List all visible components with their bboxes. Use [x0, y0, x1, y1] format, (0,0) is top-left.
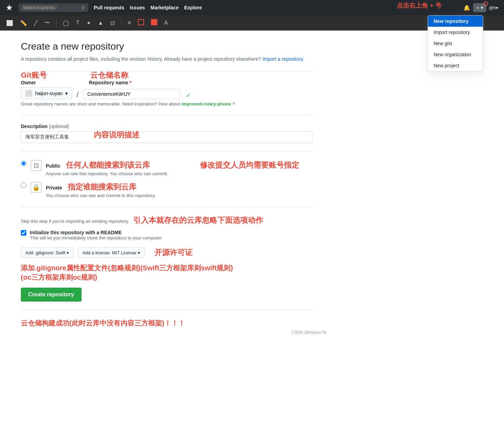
- public-radio[interactable]: [21, 161, 26, 166]
- owner-label: Owner: [21, 80, 76, 85]
- annotation-private: 指定谁能搜索到云库: [68, 183, 136, 191]
- public-desc: Anyone can see this repository. You choo…: [46, 171, 168, 176]
- skip-text: Skip this step if you're importing an ex…: [21, 215, 312, 226]
- user-menu[interactable]: @h▾: [489, 5, 498, 10]
- border-color-icon: [138, 19, 144, 25]
- dropdowns-row: Add .gitignore: Swift ▾ Add a license: M…: [21, 247, 312, 258]
- public-label-row: Public 任何人都能搜索到该云库: [46, 160, 168, 170]
- license-label: Add a license: MIT License ▾: [82, 250, 140, 255]
- init-checkbox[interactable]: [21, 230, 26, 236]
- import-link[interactable]: Import a repository.: [262, 56, 304, 62]
- divider-4: [21, 206, 312, 207]
- nav-link-marketplace[interactable]: Marketplace: [151, 5, 179, 10]
- description-label: Description (optional): [21, 124, 312, 129]
- public-info: Public 任何人都能搜索到该云库 Anyone can see this r…: [46, 160, 168, 176]
- annotation-license: 开源许可证: [154, 247, 193, 258]
- github-logo[interactable]: ★: [6, 3, 13, 12]
- fill-color-icon: [151, 19, 157, 25]
- annotation-import: 引入本就存在的云库忽略下面选项动作: [133, 216, 263, 225]
- private-option: 🔒 Private 指定谁能搜索到云库 You choose who can s…: [21, 182, 312, 198]
- plus-circle-indicator: [483, 1, 488, 6]
- public-icon: ⊡: [31, 160, 42, 171]
- plus-menu-button[interactable]: + ▾: [473, 3, 486, 12]
- search-bar[interactable]: Search or jump to.. /: [19, 3, 88, 12]
- create-repository-button[interactable]: Create repository: [21, 288, 82, 302]
- visibility-section: ⊡ Public 任何人都能搜索到该云库 Anyone can see this…: [21, 160, 312, 198]
- csdn-watermark: CSDN @HaiJunYa: [291, 330, 326, 335]
- tool-text[interactable]: T: [74, 18, 82, 27]
- dropdown-import-repository[interactable]: Import repository: [428, 27, 483, 38]
- license-select[interactable]: Add a license: MIT License ▾: [78, 247, 144, 258]
- divider-5: [21, 310, 312, 310]
- init-desc: This will let you immediately clone the …: [30, 235, 162, 240]
- tool-blur[interactable]: ✦: [84, 18, 93, 28]
- nav-link-pullrequests[interactable]: Pull requests: [94, 5, 124, 10]
- private-info: Private 指定谁能搜索到云库 You choose who can see…: [46, 182, 156, 198]
- required-star: *: [129, 80, 131, 85]
- tool-select[interactable]: ⬜: [4, 18, 15, 28]
- page-subtitle: A repository contains all project files,…: [21, 56, 312, 63]
- nav-link-explore[interactable]: Explore: [184, 5, 202, 10]
- dropdown-new-project[interactable]: New project: [428, 60, 483, 71]
- suggestion-name[interactable]: improved-rotary-phone: [181, 101, 231, 107]
- dropdown-new-repository[interactable]: New repository: [428, 16, 483, 27]
- plus-icon: +: [476, 5, 479, 10]
- repo-col: Repository name *: [89, 80, 312, 87]
- tool-curve[interactable]: 〜: [42, 18, 52, 28]
- suggestion-text: Great repository names are short and mem…: [21, 101, 312, 107]
- tool-line[interactable]: ╱: [32, 18, 40, 28]
- divider-3: [21, 151, 312, 152]
- validation-check-icon: ✓: [186, 92, 191, 99]
- tool-arrow[interactable]: ✏️: [18, 18, 29, 28]
- gitignore-label: Add .gitignore: Swift ▾: [25, 250, 69, 255]
- private-desc: You choose who can see and commit to thi…: [46, 193, 156, 198]
- owner-select[interactable]: haijun-suyan ▾: [21, 87, 72, 99]
- top-nav: ★ Search or jump to.. / Pull requests Is…: [0, 0, 504, 15]
- init-section: Skip this step if you're importing an ex…: [21, 215, 312, 240]
- public-option: ⊡ Public 任何人都能搜索到该云库 Anyone can see this…: [21, 160, 312, 176]
- owner-avatar: [25, 90, 32, 97]
- main-content: Create a new repository A repository con…: [0, 31, 333, 338]
- tool-crop[interactable]: ⊡: [108, 18, 117, 28]
- annotation-gitignore-row: 添加.gitignore属性配置文件(忽略规则)(Swift三方框架库则swif…: [21, 263, 312, 282]
- nav-right: 🔔 + ▾ @h▾: [463, 3, 498, 12]
- owner-repo-inputs: haijun-suyan ▾ / ✓: [21, 87, 312, 99]
- notification-bell[interactable]: 🔔: [463, 5, 470, 11]
- owner-chevron: ▾: [65, 91, 68, 96]
- dropdown-arrow: ▾: [481, 5, 483, 10]
- repo-name-label: Repository name *: [89, 80, 312, 85]
- public-label: Public: [46, 163, 60, 169]
- tool-align[interactable]: ≡: [126, 18, 133, 27]
- divider-1: [21, 71, 312, 71]
- description-input[interactable]: [21, 131, 312, 143]
- dropdown-new-organization[interactable]: New organization: [428, 49, 483, 60]
- subtitle-text: A repository contains all project files,…: [21, 56, 261, 62]
- owner-value: haijun-suyan: [35, 91, 62, 96]
- annotation-add-gitignore: 添加.gitignore属性配置文件(忽略规则)(Swift三方框架库则swif…: [21, 264, 233, 272]
- private-radio[interactable]: [21, 183, 26, 188]
- owner-repo-labels: Owner Repository name *: [21, 80, 312, 87]
- annotation-oc-rule: (oc三方框架库则oc规则): [21, 273, 97, 281]
- plus-dropdown-menu: New repository Import repository New gis…: [428, 15, 483, 71]
- success-text: 云仓储构建成功(此时云库中没有内容三方框架)！！！: [21, 319, 312, 328]
- tool-highlight[interactable]: ▲: [96, 18, 106, 27]
- repo-name-input[interactable]: [83, 89, 180, 99]
- dropdown-new-gist[interactable]: New gist: [428, 38, 483, 49]
- annotation-modify: 修改提交人员均需要账号指定: [200, 160, 299, 170]
- tool-border[interactable]: [136, 18, 146, 28]
- nav-link-issues[interactable]: Issues: [130, 5, 145, 10]
- sep1: [56, 19, 57, 27]
- search-shortcut: /: [81, 5, 85, 10]
- annotation-cloud-name: 云仓储名称: [90, 70, 128, 81]
- sep2: [121, 19, 121, 27]
- search-input[interactable]: Search or jump to..: [22, 5, 57, 10]
- tool-shapes[interactable]: ◯: [61, 18, 71, 28]
- tool-font[interactable]: A: [162, 18, 170, 27]
- nav-links: Pull requests Issues Marketplace Explore: [94, 5, 202, 10]
- divider-2: [21, 115, 312, 115]
- annotation-git-account: Git账号: [21, 70, 47, 81]
- init-checkbox-row: Initialize this repository with a README…: [21, 230, 312, 240]
- gitignore-select[interactable]: Add .gitignore: Swift ▾: [21, 247, 74, 258]
- tool-fill[interactable]: [149, 18, 159, 28]
- description-group: Description (optional) 内容说明描述: [21, 124, 312, 143]
